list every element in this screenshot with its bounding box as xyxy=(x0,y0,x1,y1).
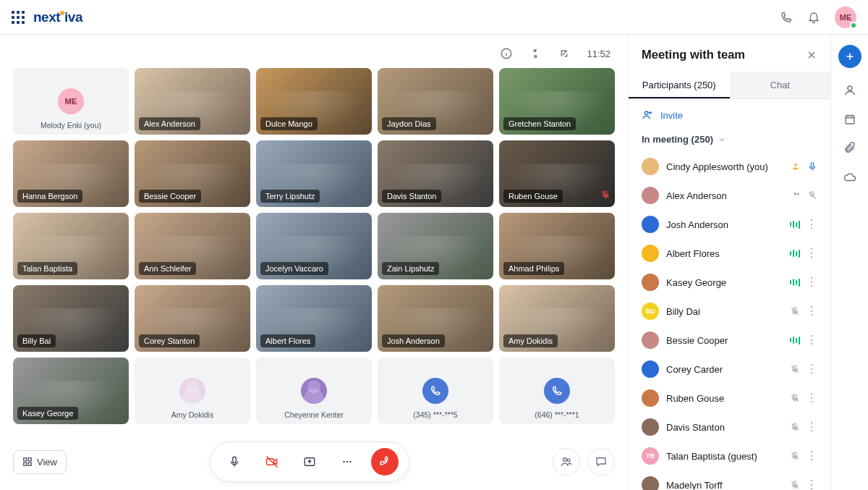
participant-row[interactable]: TBTalan Baptista (guest)⋮ xyxy=(629,442,830,470)
add-button[interactable] xyxy=(838,45,861,68)
user-avatar[interactable]: ME xyxy=(835,7,856,28)
tile-avatar xyxy=(301,378,327,404)
logo[interactable]: nextiva xyxy=(33,9,82,25)
tile-name: Albert Flores xyxy=(260,334,315,347)
participant-row[interactable]: Josh Anderson⋮ xyxy=(629,210,830,239)
svg-point-13 xyxy=(567,459,570,462)
camera-off-button[interactable] xyxy=(258,448,286,476)
video-tile[interactable]: Talan Baptista xyxy=(13,213,129,279)
video-tile[interactable]: MEMelody Enki (you) xyxy=(13,68,129,135)
tile-name: Amy Dokidis xyxy=(503,334,558,347)
video-tile[interactable]: (646) ***-***1 xyxy=(499,358,615,424)
video-tile[interactable]: Ahmad Philips xyxy=(499,213,615,279)
contacts-icon[interactable] xyxy=(843,84,856,97)
tile-name: Davis Stanton xyxy=(382,190,441,203)
participant-row[interactable]: Bessie Cooper⋮ xyxy=(629,326,830,355)
video-tile[interactable]: Davis Stanton xyxy=(378,140,493,207)
video-tile[interactable]: Alex Anderson xyxy=(135,68,250,135)
phone-icon[interactable] xyxy=(780,11,793,24)
participant-row[interactable]: Kasey George⋮ xyxy=(629,268,830,297)
participant-row[interactable]: Madelyn Torff⋮ xyxy=(629,470,830,490)
minimize-icon[interactable] xyxy=(529,47,542,60)
side-panel: Meeting with team Participants (250) Cha… xyxy=(628,35,830,490)
video-tile[interactable]: Dulce Mango xyxy=(256,68,372,135)
section-inmeeting[interactable]: In meeting (250) xyxy=(629,131,830,152)
participant-row[interactable]: Corey Carder⋮ xyxy=(629,355,830,384)
video-tile[interactable]: Jaydon Dias xyxy=(378,68,493,135)
video-tile[interactable]: Gretchen Stanton xyxy=(499,68,615,135)
video-tile[interactable]: Hanna Bergson xyxy=(13,140,129,207)
participant-name: Davis Stanton xyxy=(666,422,783,433)
participant-row[interactable]: Cindy Applesworth (you) xyxy=(629,152,830,181)
video-tile[interactable]: Terry Lipshutz xyxy=(256,140,372,207)
phone-avatar-icon xyxy=(544,378,570,404)
video-tile[interactable]: Bessie Cooper xyxy=(135,140,250,207)
popout-icon[interactable] xyxy=(558,47,571,60)
participant-row[interactable]: Davis Stanton⋮ xyxy=(629,413,830,442)
participant-avatar: BD xyxy=(642,303,659,320)
video-tile[interactable]: Jocelyn Vaccaro xyxy=(256,213,372,279)
svg-rect-16 xyxy=(811,163,814,167)
end-call-button[interactable] xyxy=(371,448,399,476)
calendar-icon[interactable] xyxy=(843,113,856,126)
speaking-indicator xyxy=(790,221,800,229)
close-icon[interactable] xyxy=(806,49,817,61)
tab-participants[interactable]: Participants (250) xyxy=(629,72,730,98)
svg-point-14 xyxy=(644,111,648,115)
video-tile[interactable]: Ann Schleifer xyxy=(135,213,250,279)
video-tile[interactable]: Zain Lipshutz xyxy=(378,213,493,279)
tile-name: Corey Stanton xyxy=(139,334,200,347)
participant-avatar xyxy=(642,187,659,204)
participant-row[interactable]: Albert Flores⋮ xyxy=(629,239,830,268)
mic-icon xyxy=(807,161,817,172)
participant-list: Cindy Applesworth (you)Alex AndersonJosh… xyxy=(629,152,830,490)
video-tile[interactable]: (345) ***-***5 xyxy=(378,358,493,424)
mic-muted-icon xyxy=(790,480,800,490)
more-button[interactable] xyxy=(333,448,361,476)
video-tile[interactable]: Cheyenne Kenter xyxy=(256,358,372,424)
invite-button[interactable]: Invite xyxy=(629,99,830,131)
chat-button[interactable] xyxy=(587,448,615,476)
video-tile[interactable]: Albert Flores xyxy=(256,285,372,352)
participant-row[interactable]: Alex Anderson xyxy=(629,181,830,210)
cloud-icon[interactable] xyxy=(843,171,856,184)
participant-name: Josh Anderson xyxy=(666,219,783,230)
apps-grid-icon[interactable] xyxy=(12,11,25,24)
share-button[interactable] xyxy=(296,448,323,476)
video-tile[interactable]: Billy Bai xyxy=(13,285,129,352)
tab-chat[interactable]: Chat xyxy=(730,72,831,98)
video-tile[interactable]: Corey Stanton xyxy=(135,285,250,352)
svg-point-12 xyxy=(563,458,566,462)
mic-muted-icon xyxy=(600,190,610,203)
tile-name: Jaydon Dias xyxy=(382,117,436,130)
mic-button[interactable] xyxy=(221,448,248,476)
tile-name: Zain Lipshutz xyxy=(382,262,439,275)
attachment-icon[interactable] xyxy=(843,142,856,155)
video-grid: MEMelody Enki (you)Alex AndersonDulce Ma… xyxy=(13,68,615,436)
participant-name: Ruben Gouse xyxy=(666,393,783,404)
tile-name: Terry Lipshutz xyxy=(260,190,320,203)
tile-name: Gretchen Stanton xyxy=(503,117,576,130)
meeting-clock: 11:52 xyxy=(587,48,610,59)
svg-rect-4 xyxy=(24,462,27,465)
panel-title: Meeting with team xyxy=(642,48,745,62)
participant-name: Corey Carder xyxy=(666,364,783,375)
bell-icon[interactable] xyxy=(807,11,820,24)
video-tile[interactable]: Kasey George xyxy=(13,358,129,424)
video-tile[interactable]: Amy Dokidis xyxy=(135,358,250,424)
svg-rect-5 xyxy=(28,462,31,465)
participant-row[interactable]: Ruben Gouse⋮ xyxy=(629,384,830,413)
video-tile[interactable]: Amy Dokidis xyxy=(499,285,615,352)
view-button[interactable]: View xyxy=(13,450,67,474)
tile-name: Dulce Mango xyxy=(260,117,318,130)
video-tile[interactable]: Ruben Gouse xyxy=(499,140,615,207)
video-tile[interactable]: Josh Anderson xyxy=(378,285,493,352)
participants-button[interactable] xyxy=(553,448,580,476)
participant-avatar xyxy=(642,360,659,378)
tile-name: Josh Anderson xyxy=(382,334,445,347)
participant-name: Kasey George xyxy=(666,277,783,288)
participant-avatar xyxy=(642,331,659,349)
participant-avatar xyxy=(642,476,659,490)
info-icon[interactable] xyxy=(500,47,513,60)
participant-row[interactable]: BDBilly Dai⋮ xyxy=(629,297,830,326)
